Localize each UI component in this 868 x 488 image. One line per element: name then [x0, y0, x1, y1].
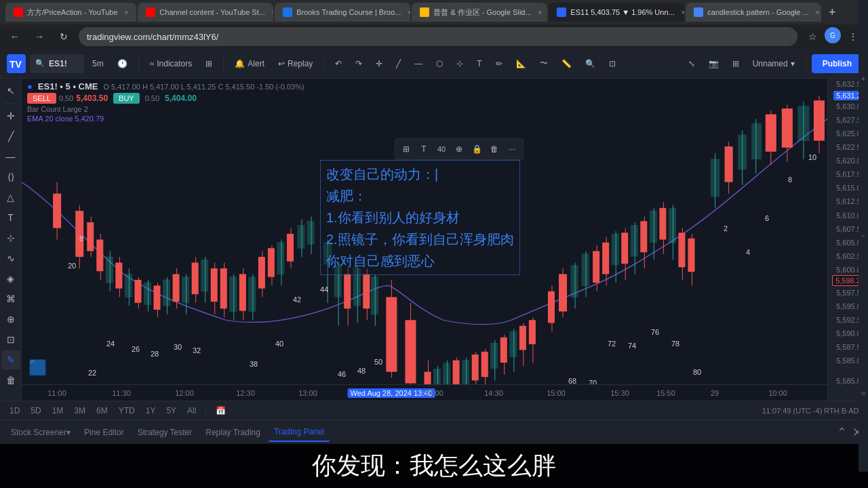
zoom-out-tool[interactable]: −	[855, 228, 868, 244]
line-tool[interactable]: ╱	[391, 54, 406, 73]
address-bar[interactable]: tradingview.com/chart/mmz43lY6/	[79, 27, 797, 46]
symbol-search[interactable]: 🔍 ES1!	[30, 54, 84, 73]
fullscreen-button[interactable]: ⤡	[683, 54, 701, 73]
period-6m[interactable]: 6M	[92, 403, 112, 419]
tab-youtube-1[interactable]: 方方/PriceAction - YouTube ×	[5, 3, 136, 22]
svg-rect-81	[472, 354, 479, 380]
hrule-tool[interactable]: —	[409, 54, 428, 73]
ann-target-tool[interactable]: ⊕	[451, 141, 467, 157]
period-5d[interactable]: 5D	[26, 403, 45, 419]
annotation-box[interactable]: 改变自己的动力：| 减肥： 1.你看到别人的好身材 2.照镜子，你看到自己浑身肥…	[320, 160, 520, 275]
channel-tool[interactable]: ⟨⟩	[1, 167, 20, 186]
tab-google[interactable]: candlestick pattern - Google ... ×	[686, 3, 821, 22]
period-ytd[interactable]: YTD	[115, 403, 139, 419]
chart-area[interactable]: ● ES1! • 5 • CME O 5,417.00 H 5,417.00 L…	[22, 79, 827, 401]
ann-delete-tool[interactable]: 🗑	[486, 141, 502, 157]
tab-trading-panel[interactable]: Trading Panel	[269, 423, 330, 442]
tv-logo[interactable]: TV	[5, 53, 27, 75]
calendar-button[interactable]: 📅	[212, 403, 230, 419]
tab-close[interactable]: ×	[272, 9, 273, 16]
reload-button[interactable]: ↻	[54, 27, 73, 46]
publish-button[interactable]: Publish	[812, 54, 863, 73]
delete-tool[interactable]: 🗑	[1, 371, 20, 390]
magnet-tool[interactable]: ⊡	[604, 54, 621, 73]
projection-tool[interactable]: ⊹	[1, 228, 20, 247]
timeframe-selector[interactable]: 5m	[87, 54, 109, 73]
ann-lock-tool[interactable]: 🔒	[469, 141, 485, 157]
period-1y[interactable]: 1Y	[142, 403, 160, 419]
timeframe-extra[interactable]: 🕐	[112, 54, 133, 73]
redo-button[interactable]: ↷	[350, 54, 368, 73]
left-toolbar: ↖ ✛ ╱ — ⟨⟩ △ T ⊹ ∿ ◈ ⌘ ⊕ ⊡ ✎ 🗑	[0, 79, 22, 401]
active-drawing-tool[interactable]: ✎	[1, 350, 20, 369]
symbol-input[interactable]: ES1!	[49, 59, 67, 68]
tab-tradingview[interactable]: ES11 5,403.75 ▼ 1.96% Unn... ×	[549, 3, 684, 22]
period-1d[interactable]: 1D	[5, 403, 24, 419]
tab-replay-trading[interactable]: Replay Trading	[200, 423, 266, 442]
profile-button[interactable]: G	[825, 27, 841, 43]
prediction-tool[interactable]: ⊕	[1, 310, 20, 329]
tab-slides[interactable]: 普普 & 作业区 - Google Slid... ×	[412, 3, 547, 22]
hline-tool[interactable]: —	[1, 147, 20, 166]
undo-button[interactable]: ↶	[330, 54, 347, 73]
annotation-tool[interactable]: T	[1, 208, 20, 227]
ruler-tool[interactable]: 📏	[556, 54, 577, 73]
gann-tool[interactable]: ◈	[1, 269, 20, 288]
replay-button[interactable]: ↩ Replay	[273, 54, 318, 73]
tab-close[interactable]: ×	[816, 9, 820, 16]
screenshot-button[interactable]: 📷	[703, 54, 724, 73]
svg-rect-119	[669, 209, 675, 243]
bookmark-button[interactable]: ☆	[803, 27, 822, 46]
ruler-menu[interactable]: ⊡	[1, 330, 20, 349]
text-tool[interactable]: T	[471, 54, 487, 73]
brush-tool[interactable]: ✏	[490, 54, 508, 73]
svg-rect-107	[612, 234, 618, 265]
crosshair-tool[interactable]: ✛	[1, 106, 20, 125]
forward-button[interactable]: →	[30, 27, 49, 46]
layout-button[interactable]: ⊞	[727, 54, 745, 73]
alert-button[interactable]: 🔔 Alert	[229, 54, 270, 73]
fibonacci-menu[interactable]: ∿	[1, 249, 20, 268]
back-button[interactable]: ←	[5, 27, 24, 46]
indicators-button[interactable]: ≈ Indicators	[144, 54, 198, 73]
right-mini-tools: + − ⊙	[859, 79, 868, 401]
period-1m[interactable]: 1M	[48, 403, 68, 419]
ann-more-tool[interactable]: ···	[504, 141, 520, 157]
ann-size-tool[interactable]: 40	[433, 141, 450, 157]
tab-close[interactable]: ×	[682, 9, 685, 16]
cursor-tool[interactable]: ✛	[370, 54, 388, 73]
fibonacci-tool[interactable]: 〜	[534, 54, 553, 73]
trend-line-tool[interactable]: ╱	[1, 127, 20, 146]
time-1130: 11:30	[112, 389, 131, 397]
tab-close[interactable]: ×	[408, 9, 410, 16]
strategy-button[interactable]: ⊞	[200, 54, 218, 73]
ann-text-tool[interactable]: T	[416, 141, 432, 157]
pattern-menu[interactable]: ⌘	[1, 289, 20, 308]
tab-close[interactable]: ×	[538, 9, 542, 16]
period-3m[interactable]: 3M	[70, 403, 90, 419]
tab-pine-editor[interactable]: Pine Editor	[79, 423, 130, 442]
tab-strategy-tester[interactable]: Strategy Tester	[132, 423, 197, 442]
period-5y[interactable]: 5Y	[162, 403, 180, 419]
tab-brooks[interactable]: Brooks Trading Course | Broo... ×	[275, 3, 410, 22]
expand-button[interactable]: ⌃	[837, 425, 847, 440]
reset-zoom-tool[interactable]: ⊙	[855, 385, 868, 401]
period-all[interactable]: All	[183, 403, 200, 419]
new-tab-button[interactable]: +	[823, 3, 842, 22]
pattern-tool[interactable]: 📐	[511, 54, 532, 73]
zoom-in-tool[interactable]: +	[855, 79, 868, 87]
buy-button[interactable]: BUY	[113, 93, 140, 104]
svg-rect-117	[659, 208, 666, 240]
tab-close[interactable]: ×	[125, 9, 129, 16]
svg-rect-17	[134, 280, 141, 303]
zoom-tool[interactable]: 🔍	[580, 54, 601, 73]
tab-stock-screener[interactable]: Stock Screener ▾	[5, 423, 76, 442]
shapes-menu[interactable]: △	[1, 188, 20, 207]
sell-button[interactable]: SELL	[27, 93, 56, 104]
tab-youtube-2[interactable]: Channel content - YouTube St... ×	[138, 3, 273, 22]
ann-grid-tool[interactable]: ⊞	[398, 141, 414, 157]
unnamed-button[interactable]: Unnamed ▾	[747, 54, 800, 73]
shapes-tool[interactable]: ⬡	[431, 54, 448, 73]
measure-tool[interactable]: ⊹	[451, 54, 469, 73]
pointer-tool[interactable]: ↖	[1, 81, 20, 100]
